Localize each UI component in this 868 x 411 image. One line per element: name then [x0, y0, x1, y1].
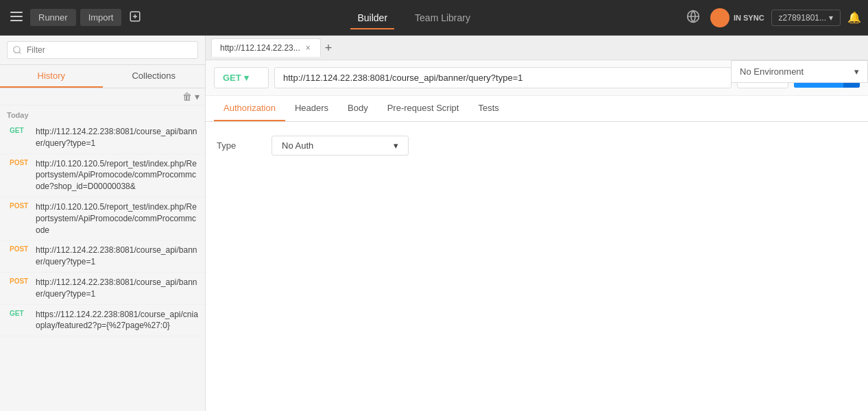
auth-type-value: No Auth: [282, 140, 313, 151]
sync-indicator: IN SYNC: [710, 8, 764, 27]
user-account-button[interactable]: z27891801... ▾: [771, 10, 841, 26]
history-url: http://112.124.22.238:8081/course_api/ba…: [36, 245, 198, 268]
request-tab[interactable]: http://112.124.22.23... ×: [211, 38, 321, 57]
method-label: GET: [223, 73, 241, 83]
subtabs-bar: Authorization Headers Body Pre-request S…: [206, 96, 868, 122]
content-area: http://112.124.22.23... × + No Environme…: [206, 36, 868, 411]
subtab-body[interactable]: Body: [338, 96, 378, 121]
subtab-authorization[interactable]: Authorization: [214, 96, 285, 121]
list-item[interactable]: POST http://112.124.22.238:8081/course_a…: [0, 273, 205, 305]
auth-type-row: Type No Auth ▾: [217, 136, 857, 155]
subtab-pre-request[interactable]: Pre-request Script: [378, 96, 469, 121]
trash-dropdown-icon: ▾: [195, 91, 200, 102]
tab-url-label: http://112.124.22.23...: [220, 43, 300, 53]
runner-button[interactable]: Runner: [30, 9, 76, 26]
svg-rect-2: [10, 20, 23, 21]
env-chevron-icon: ▾: [854, 66, 859, 77]
method-badge-get: GET: [7, 309, 32, 318]
list-item[interactable]: POST http://10.120.120.5/report_test/ind…: [0, 154, 205, 197]
method-badge-post: POST: [7, 158, 32, 167]
today-section-label: Today: [0, 105, 205, 122]
history-url: https://112.124.22.238:8081/course_api/c…: [36, 309, 198, 332]
sync-label: IN SYNC: [734, 14, 764, 22]
list-item[interactable]: GET http://112.124.22.238:8081/course_ap…: [0, 122, 205, 154]
history-url: http://10.120.120.5/report_test/index.ph…: [36, 201, 198, 236]
notification-bell-button[interactable]: 🔔: [847, 11, 861, 24]
subtab-content-authorization: Type No Auth ▾: [206, 122, 868, 411]
import-button[interactable]: Import: [80, 9, 122, 26]
new-tab-button[interactable]: [125, 7, 145, 29]
svg-rect-0: [10, 12, 23, 13]
url-input[interactable]: [274, 67, 732, 88]
method-selector-button[interactable]: GET ▾: [214, 67, 269, 88]
svg-rect-1: [10, 16, 23, 17]
tab-team-library[interactable]: Team Library: [408, 9, 477, 27]
request-builder: GET ▾ Params Send ▾ Authorization Header…: [206, 60, 868, 411]
method-badge-post: POST: [7, 201, 32, 210]
method-chevron-icon: ▾: [244, 73, 249, 83]
topbar: Runner Import Builder Team Library IN SY…: [0, 0, 868, 36]
add-request-tab-button[interactable]: +: [321, 42, 337, 54]
clear-history-button[interactable]: 🗑 ▾: [182, 91, 200, 102]
sidebar-tabs: History Collections: [0, 65, 205, 88]
topbar-left: Runner Import: [7, 7, 145, 29]
subtab-headers[interactable]: Headers: [285, 96, 338, 121]
sidebar: History Collections 🗑 ▾ Today GET http:/…: [0, 36, 206, 411]
sidebar-tab-history[interactable]: History: [0, 65, 103, 88]
topbar-right: IN SYNC z27891801... ▾ 🔔: [683, 6, 861, 29]
sidebar-toolbar: 🗑 ▾: [0, 88, 205, 105]
list-item[interactable]: POST http://112.124.22.238:8081/course_a…: [0, 240, 205, 273]
tab-builder[interactable]: Builder: [350, 9, 394, 27]
close-tab-button[interactable]: ×: [304, 43, 312, 53]
user-label: z27891801...: [779, 13, 826, 23]
method-badge-post: POST: [7, 245, 32, 253]
filter-input[interactable]: [7, 41, 198, 59]
list-item[interactable]: GET https://112.124.22.238:8081/course_a…: [0, 305, 205, 337]
request-tabs-bar: http://112.124.22.23... × +: [206, 36, 868, 60]
chevron-down-icon: ▾: [829, 13, 833, 23]
main-layout: History Collections 🗑 ▾ Today GET http:/…: [0, 36, 868, 411]
sidebar-filter-area: [0, 36, 205, 65]
sidebar-toggle-button[interactable]: [7, 8, 26, 27]
sidebar-tab-collections[interactable]: Collections: [103, 65, 206, 88]
method-badge-get: GET: [7, 126, 32, 135]
method-badge-post: POST: [7, 277, 32, 286]
list-item[interactable]: POST http://10.120.120.5/report_test/ind…: [0, 197, 205, 240]
history-url: http://112.124.22.238:8081/course_api/ba…: [36, 126, 198, 149]
sidebar-content: Today GET http://112.124.22.238:8081/cou…: [0, 105, 205, 411]
history-url: http://112.124.22.238:8081/course_api/ba…: [36, 277, 198, 300]
env-label: No Environment: [740, 66, 804, 77]
topbar-center: Builder Team Library: [150, 9, 677, 27]
history-url: http://10.120.120.5/report_test/index.ph…: [36, 158, 198, 192]
globe-icon-button[interactable]: [683, 6, 703, 29]
auth-type-label: Type: [217, 140, 258, 151]
environment-selector[interactable]: No Environment ▾: [731, 60, 868, 83]
sync-dot: [710, 8, 730, 27]
auth-type-chevron-icon: ▾: [394, 140, 398, 151]
subtab-tests[interactable]: Tests: [468, 96, 508, 121]
auth-type-selector[interactable]: No Auth ▾: [272, 136, 409, 155]
